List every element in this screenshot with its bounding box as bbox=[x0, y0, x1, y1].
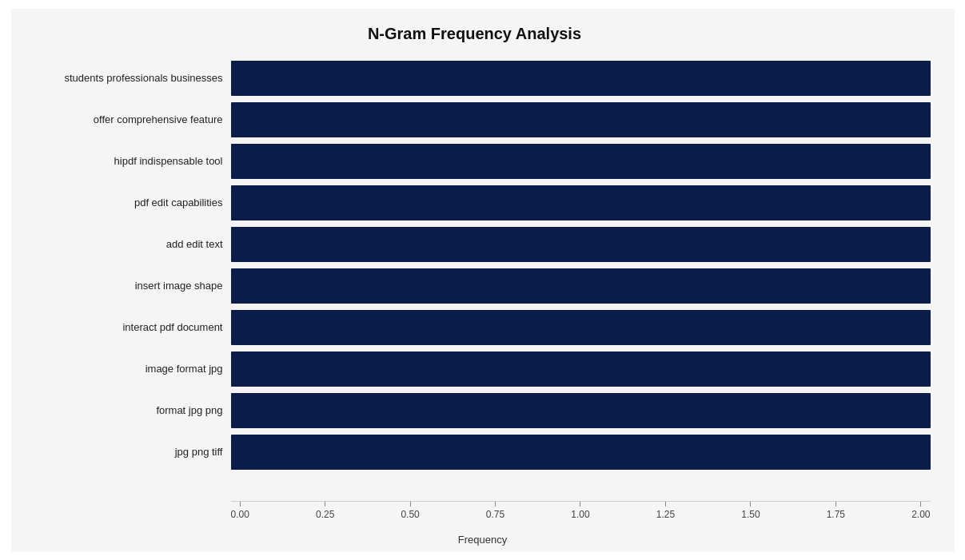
x-tick-line bbox=[410, 502, 411, 506]
bar-track bbox=[231, 102, 931, 137]
x-tick: 1.25 bbox=[656, 502, 675, 520]
bar-track bbox=[231, 185, 931, 220]
x-tick-line bbox=[580, 502, 580, 506]
bar-row: interact pdf document bbox=[19, 307, 931, 348]
bar-row: image format jpg bbox=[19, 348, 931, 390]
x-tick-line bbox=[665, 502, 666, 506]
x-tick-line bbox=[750, 502, 751, 506]
x-tick-line bbox=[495, 502, 496, 506]
x-tick-line bbox=[920, 502, 921, 506]
x-tick: 0.00 bbox=[231, 502, 249, 520]
bar-row: pdf edit capabilities bbox=[19, 182, 931, 224]
bar-track bbox=[231, 61, 931, 96]
bar-label: add edit text bbox=[19, 238, 231, 250]
x-tick: 1.50 bbox=[741, 502, 760, 520]
bar-label: image format jpg bbox=[19, 363, 231, 375]
bar-track bbox=[231, 227, 931, 262]
bar-row: offer comprehensive feature bbox=[19, 99, 931, 141]
x-tick-label: 0.75 bbox=[486, 509, 504, 520]
x-tick-label: 2.00 bbox=[911, 509, 930, 520]
x-tick: 0.75 bbox=[486, 502, 504, 520]
bar-row: format jpg png bbox=[19, 390, 931, 431]
bar-row: jpg png tiff bbox=[19, 431, 931, 473]
x-tick-label: 0.50 bbox=[401, 509, 419, 520]
x-tick-label: 1.00 bbox=[571, 509, 589, 520]
bar-label: jpg png tiff bbox=[19, 446, 231, 458]
x-axis-title: Frequency bbox=[11, 534, 955, 546]
x-tick: 0.50 bbox=[401, 502, 419, 520]
x-tick-line bbox=[240, 502, 241, 506]
bar-track bbox=[231, 393, 931, 428]
x-axis: 0.00 0.25 0.50 0.75 1.00 1.25 1.50 1.75 … bbox=[231, 501, 931, 520]
bar-row: hipdf indispensable tool bbox=[19, 141, 931, 182]
bar-row: add edit text bbox=[19, 224, 931, 265]
bar-label: insert image shape bbox=[19, 280, 231, 292]
x-tick-line bbox=[325, 502, 325, 506]
chart-container: N-Gram Frequency Analysis students profe… bbox=[11, 9, 955, 552]
x-tick-label: 1.50 bbox=[741, 509, 760, 520]
chart-title: N-Gram Frequency Analysis bbox=[19, 25, 931, 43]
bar-label: students professionals businesses bbox=[19, 72, 231, 84]
bar-row: students professionals businesses bbox=[19, 58, 931, 99]
chart-area: students professionals businesses offer … bbox=[19, 58, 931, 473]
bar-track bbox=[231, 310, 931, 345]
bar-label: pdf edit capabilities bbox=[19, 197, 231, 209]
x-tick-label: 0.00 bbox=[231, 509, 249, 520]
x-tick-line bbox=[835, 502, 836, 506]
bar-label: interact pdf document bbox=[19, 321, 231, 333]
x-tick: 1.00 bbox=[571, 502, 589, 520]
x-tick-label: 1.25 bbox=[656, 509, 675, 520]
x-tick-label: 1.75 bbox=[827, 509, 845, 520]
bar-label: format jpg png bbox=[19, 404, 231, 416]
x-tick: 1.75 bbox=[827, 502, 845, 520]
x-tick: 0.25 bbox=[316, 502, 334, 520]
bar-track bbox=[231, 268, 931, 304]
x-tick-label: 0.25 bbox=[316, 509, 334, 520]
bar-label: hipdf indispensable tool bbox=[19, 155, 231, 167]
bar-track bbox=[231, 435, 931, 470]
bar-track bbox=[231, 144, 931, 179]
bar-track bbox=[231, 351, 931, 387]
x-tick: 2.00 bbox=[911, 502, 930, 520]
bar-label: offer comprehensive feature bbox=[19, 113, 231, 125]
bar-row: insert image shape bbox=[19, 265, 931, 307]
